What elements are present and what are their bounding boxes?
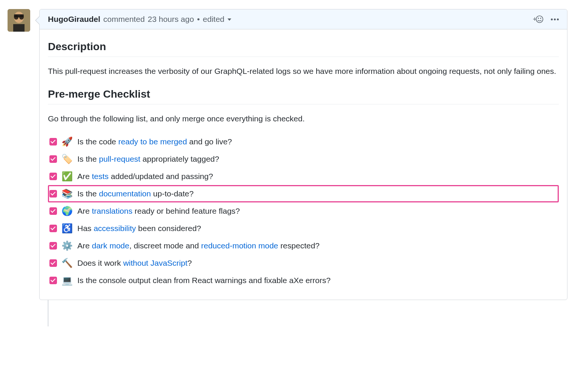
checklist-item-text: Does it work without JavaScript? bbox=[77, 257, 192, 269]
link[interactable]: dark mode bbox=[92, 241, 129, 250]
checklist-item: 🌍Are translations ready or behind featur… bbox=[48, 202, 559, 220]
svg-rect-5 bbox=[13, 24, 25, 32]
link[interactable]: pull-request bbox=[99, 155, 140, 163]
chevron-down-icon bbox=[228, 18, 231, 21]
checklist-heading: Pre-merge Checklist bbox=[48, 88, 559, 104]
emoji-icon: 🏷️ bbox=[61, 152, 73, 166]
checklist-item-text: Is the code ready to be merged and go li… bbox=[77, 136, 232, 148]
checklist-item-text: Are dark mode, discreet mode and reduced… bbox=[77, 240, 320, 252]
link[interactable]: tests bbox=[92, 172, 109, 181]
add-reaction-button[interactable]: + bbox=[533, 15, 543, 24]
smiley-plus-icon: + bbox=[533, 15, 543, 24]
checklist-item: 🔨Does it work without JavaScript? bbox=[48, 254, 559, 272]
emoji-icon: 🌍 bbox=[61, 204, 73, 218]
kebab-menu[interactable] bbox=[551, 18, 559, 20]
emoji-icon: 🚀 bbox=[61, 135, 73, 149]
emoji-icon: ✅ bbox=[61, 170, 73, 183]
emoji-icon: ⚙️ bbox=[61, 239, 73, 253]
checkbox[interactable] bbox=[49, 242, 57, 250]
checkbox[interactable] bbox=[49, 259, 57, 267]
checkbox[interactable] bbox=[49, 207, 57, 215]
emoji-icon: 💻 bbox=[61, 274, 73, 287]
timeline-line bbox=[48, 300, 49, 326]
description-heading: Description bbox=[48, 41, 559, 57]
svg-point-3 bbox=[14, 15, 18, 20]
svg-point-7 bbox=[536, 16, 543, 23]
checklist: 🚀Is the code ready to be merged and go l… bbox=[48, 133, 559, 289]
checkbox[interactable] bbox=[49, 190, 57, 198]
edited-dropdown[interactable]: edited bbox=[203, 15, 231, 24]
checkbox[interactable] bbox=[49, 173, 57, 180]
checkbox[interactable] bbox=[49, 155, 57, 163]
svg-point-8 bbox=[538, 18, 539, 19]
checklist-item: ✅Are tests added/updated and passing? bbox=[48, 168, 559, 185]
svg-point-9 bbox=[540, 18, 541, 19]
emoji-icon: 🔨 bbox=[61, 256, 73, 270]
checklist-item: 📚Is the documentation up-to-date? bbox=[48, 185, 559, 202]
checklist-intro: Go through the following list, and only … bbox=[48, 113, 559, 125]
emoji-icon: 📚 bbox=[61, 187, 73, 201]
checklist-item-text: Is the pull-request appropriately tagged… bbox=[77, 153, 219, 165]
separator: • bbox=[197, 15, 200, 24]
description-text: This pull-request increases the verbosit… bbox=[48, 65, 559, 78]
comment-body: Description This pull-request increases … bbox=[40, 29, 567, 300]
checklist-item-text: Is the console output clean from React w… bbox=[77, 274, 331, 286]
checkbox[interactable] bbox=[49, 277, 57, 284]
checkbox[interactable] bbox=[49, 225, 57, 232]
emoji-icon: ♿ bbox=[61, 222, 73, 235]
checklist-item-text: Are translations ready or behind feature… bbox=[77, 205, 240, 217]
checklist-item: 💻Is the console output clean from React … bbox=[48, 272, 559, 289]
checklist-item-text: Are tests added/updated and passing? bbox=[77, 170, 213, 182]
checklist-item: 🏷️Is the pull-request appropriately tagg… bbox=[48, 150, 559, 168]
link[interactable]: reduced-motion mode bbox=[201, 241, 278, 250]
link[interactable]: without JavaScript bbox=[123, 259, 187, 267]
link[interactable]: translations bbox=[92, 207, 132, 215]
link[interactable]: accessibility bbox=[94, 224, 136, 233]
timestamp[interactable]: 23 hours ago bbox=[148, 15, 194, 24]
author-link[interactable]: HugoGiraudel bbox=[48, 15, 100, 24]
link[interactable]: documentation bbox=[99, 189, 151, 198]
svg-point-4 bbox=[19, 15, 24, 20]
checklist-item-text: Is the documentation up-to-date? bbox=[77, 188, 194, 200]
checklist-item-text: Has accessibility been considered? bbox=[77, 222, 201, 234]
checklist-item: 🚀Is the code ready to be merged and go l… bbox=[48, 133, 559, 150]
checkbox[interactable] bbox=[49, 138, 57, 145]
commented-label: commented bbox=[103, 15, 145, 24]
checklist-item: ⚙️Are dark mode, discreet mode and reduc… bbox=[48, 237, 559, 254]
comment-box: HugoGiraudel commented 23 hours ago • ed… bbox=[39, 9, 567, 300]
link[interactable]: ready to be merged bbox=[118, 137, 187, 146]
checklist-item: ♿Has accessibility been considered? bbox=[48, 220, 559, 237]
comment-header: HugoGiraudel commented 23 hours ago • ed… bbox=[40, 9, 567, 29]
avatar[interactable] bbox=[8, 9, 30, 32]
